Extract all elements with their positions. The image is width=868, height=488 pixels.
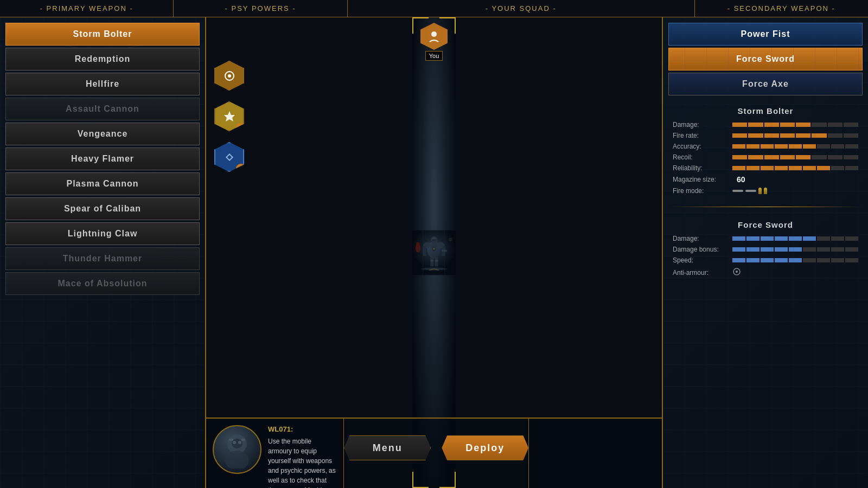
svg-rect-41 xyxy=(241,439,245,441)
stat-damage-bar xyxy=(732,123,858,127)
stat-sec-damage-bar xyxy=(732,236,858,241)
svg-rect-13 xyxy=(423,246,426,256)
svg-rect-16 xyxy=(435,257,438,266)
stat-reliability-bar xyxy=(732,166,858,170)
psy-powers-sidebar: 2 3 xyxy=(214,61,244,172)
weapon-power-fist[interactable]: Power Fist xyxy=(668,23,863,46)
bottom-center-buttons: Menu Deploy xyxy=(344,418,528,488)
primary-weapon-panel: Storm Bolter Redemption Hellfire Assault… xyxy=(0,17,206,488)
stat-magazine-row: Magazine size: 60 xyxy=(673,175,858,184)
bottom-left-info: WL071: Use the mobile armoury to equip y… xyxy=(206,418,344,488)
weapon-thunder-hammer[interactable]: Thunder Hammer xyxy=(5,247,200,270)
stat-sec-damage-row: Damage: xyxy=(673,235,858,242)
message-body: Use the mobile armoury to equip yourself… xyxy=(268,436,337,488)
corner-frame-tr xyxy=(439,17,456,34)
psy-badge-2: 2 xyxy=(236,123,246,133)
stat-dmgbonus-row: Damage bonus: xyxy=(673,246,858,253)
stat-recoil-bar xyxy=(732,155,858,159)
svg-rect-40 xyxy=(229,439,233,441)
stat-speed-row: Speed: xyxy=(673,256,858,264)
weapon-assault-cannon[interactable]: Assault Cannon xyxy=(5,98,200,120)
weapon-force-sword[interactable]: Force Sword xyxy=(668,48,863,70)
corner-frame-br xyxy=(439,472,456,488)
stat-recoil-row: Recoil: xyxy=(673,153,858,161)
weapon-spear-of-caliban[interactable]: Spear of Caliban xyxy=(5,197,200,220)
corner-frame-bl xyxy=(412,472,429,488)
you-label: You xyxy=(425,51,443,61)
stat-magazine-label: Magazine size: xyxy=(673,176,732,183)
stat-dmgbonus-bar xyxy=(732,247,858,252)
weapon-lightning-claw[interactable]: Lightning Claw xyxy=(5,222,200,245)
weapon-heavy-flamer[interactable]: Heavy Flamer xyxy=(5,147,200,170)
stats-primary-title: Storm Bolter xyxy=(673,106,858,115)
svg-point-31 xyxy=(431,31,437,37)
svg-rect-22 xyxy=(431,241,437,248)
message-area: WL071: Use the mobile armoury to equip y… xyxy=(268,425,337,481)
header-primary-weapon: - Primary weapon - xyxy=(0,0,174,17)
svg-point-38 xyxy=(233,441,236,444)
stat-firemode-label: Fire mode: xyxy=(673,187,732,195)
anti-armour-icon xyxy=(732,267,741,278)
stat-damage-label: Damage: xyxy=(673,121,732,129)
header-bar: - Primary weapon - - Psy powers - - Your… xyxy=(0,0,868,17)
stat-accuracy-bar xyxy=(732,144,858,149)
stats-divider xyxy=(668,207,863,207)
svg-rect-34 xyxy=(226,154,232,160)
bullet-icon-2 xyxy=(764,188,767,194)
character-portrait xyxy=(213,425,261,474)
svg-point-23 xyxy=(433,247,435,248)
bottom-right-area xyxy=(528,418,662,488)
secondary-weapon-stats: Force Sword Damage: xyxy=(668,216,863,286)
bottom-area: WL071: Use the mobile armoury to equip y… xyxy=(206,418,662,488)
menu-button[interactable]: Menu xyxy=(344,435,431,460)
stats-secondary-title: Force Sword xyxy=(673,220,858,229)
psy-icon-1[interactable] xyxy=(214,61,244,91)
weapon-mace-of-absolution[interactable]: Mace of Absolution xyxy=(5,272,200,295)
secondary-weapon-panel: Power Fist Force Sword Force Axe Storm B… xyxy=(662,17,868,488)
svg-point-27 xyxy=(416,242,420,246)
stat-firerate-label: Fire rate: xyxy=(673,132,732,139)
weapon-force-axe[interactable]: Force Axe xyxy=(668,73,863,95)
stat-speed-bar xyxy=(732,258,858,262)
weapon-hellfire[interactable]: Hellfire xyxy=(5,73,200,95)
stat-firerate-bar xyxy=(732,133,858,138)
bullet-icon-1 xyxy=(758,188,762,194)
stat-reliability-label: Reliability: xyxy=(673,164,732,172)
svg-point-33 xyxy=(228,74,231,78)
header-your-squad: - Your Squad - xyxy=(348,0,695,17)
psy-badge-3: 3 xyxy=(236,164,246,174)
stat-reliability-row: Reliability: xyxy=(673,164,858,172)
center-panel: You 2 xyxy=(206,17,662,488)
svg-point-24 xyxy=(431,260,434,262)
primary-weapon-stats: Storm Bolter Damage: xyxy=(668,102,863,202)
svg-point-36 xyxy=(225,451,249,468)
svg-point-43 xyxy=(736,271,738,273)
svg-point-39 xyxy=(238,441,241,444)
weapon-storm-bolter[interactable]: Storm Bolter xyxy=(5,23,200,46)
fire-mode-icons xyxy=(732,188,767,194)
stat-antiarmour-row: Anti-armour: xyxy=(673,267,858,278)
stat-accuracy-row: Accuracy: xyxy=(673,143,858,150)
svg-point-28 xyxy=(449,237,452,241)
stat-antiarmour-label: Anti-armour: xyxy=(673,269,732,277)
stat-damage-row: Damage: xyxy=(673,121,858,129)
stat-speed-label: Speed: xyxy=(673,256,732,264)
svg-point-25 xyxy=(435,260,438,262)
stat-firerate-row: Fire rate: xyxy=(673,132,858,139)
psy-icon-3[interactable]: 3 xyxy=(214,142,244,172)
stat-magazine-value: 60 xyxy=(737,175,753,184)
weapon-plasma-cannon[interactable]: Plasma Cannon xyxy=(5,172,200,195)
stat-recoil-label: Recoil: xyxy=(673,153,732,161)
stat-dmgbonus-label: Damage bonus: xyxy=(673,246,732,253)
header-secondary-weapon: - Secondary weapon - xyxy=(695,0,868,17)
message-id: WL071: xyxy=(268,425,337,433)
weapon-vengeance[interactable]: Vengeance xyxy=(5,123,200,145)
psy-icon-2[interactable]: 2 xyxy=(214,101,244,131)
header-psy-powers: - Psy powers - xyxy=(174,0,347,17)
weapon-redemption[interactable]: Redemption xyxy=(5,48,200,70)
svg-rect-10 xyxy=(433,237,436,239)
stat-firemode-row: Fire mode: xyxy=(673,187,858,195)
stat-accuracy-label: Accuracy: xyxy=(673,143,732,150)
svg-rect-15 xyxy=(430,257,433,266)
deploy-button[interactable]: Deploy xyxy=(442,435,528,460)
